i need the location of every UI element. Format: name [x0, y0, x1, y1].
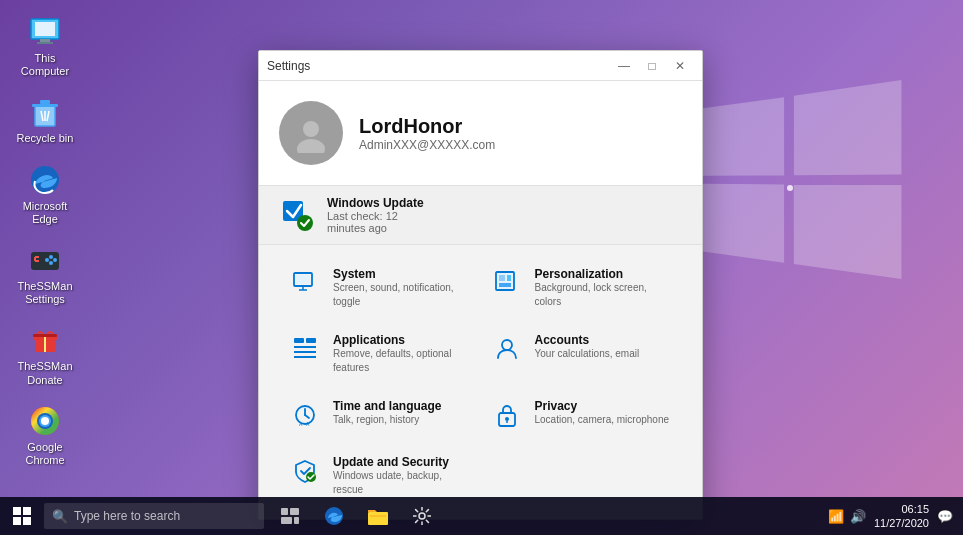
- taskbar-edge[interactable]: [312, 497, 356, 535]
- cursor: [787, 185, 793, 191]
- chrome-label: Google Chrome: [14, 441, 76, 467]
- taskbar-settings[interactable]: [400, 497, 444, 535]
- svg-rect-57: [23, 517, 31, 525]
- applications-text: Applications Remove, defaults, optional …: [333, 333, 471, 375]
- settings-item-accounts[interactable]: Accounts Your calculations, email: [481, 321, 683, 387]
- svg-rect-2: [40, 39, 50, 42]
- applications-subtitle: Remove, defaults, optional features: [333, 347, 471, 375]
- taskbar-right: 📶 🔊 06:15 11/27/2020 💬: [828, 502, 963, 531]
- settings-window: Settings — □ ✕ LordHonor AdminXXX@XXXXX.…: [258, 50, 703, 520]
- svg-point-27: [303, 121, 319, 137]
- svg-point-51: [505, 417, 509, 421]
- taskbar: 🔍 Type here to search: [0, 497, 963, 535]
- search-icon: 🔍: [52, 509, 68, 524]
- desktop-icon-this-computer[interactable]: This Computer: [10, 10, 80, 82]
- svg-point-28: [297, 139, 325, 153]
- apps-icon: [289, 333, 321, 365]
- maximize-button[interactable]: □: [638, 52, 666, 80]
- svg-rect-3: [37, 42, 53, 44]
- edge-label: Microsoft Edge: [14, 200, 76, 226]
- window-titlebar: Settings — □ ✕: [259, 51, 702, 81]
- svg-point-44: [502, 340, 512, 350]
- personalization-text: Personalization Background, lock screen,…: [535, 267, 673, 309]
- svg-rect-40: [306, 338, 316, 343]
- svg-rect-6: [40, 100, 50, 104]
- applications-title: Applications: [333, 333, 471, 347]
- edge-icon: [27, 162, 63, 198]
- user-name: LordHonor: [359, 115, 682, 138]
- minimize-button[interactable]: —: [610, 52, 638, 80]
- start-button[interactable]: [0, 497, 44, 535]
- svg-rect-64: [370, 515, 386, 517]
- clock-time: 06:15: [874, 502, 929, 516]
- window-title: Settings: [267, 59, 610, 73]
- privacy-title: Privacy: [535, 399, 670, 413]
- clock-date: 11/27/2020: [874, 516, 929, 530]
- settings-item-applications[interactable]: Applications Remove, defaults, optional …: [279, 321, 481, 387]
- svg-rect-5: [32, 104, 58, 107]
- update-text: Windows Update Last check: 12minutes ago: [327, 196, 424, 234]
- taskbar-file-explorer[interactable]: [356, 497, 400, 535]
- svg-rect-43: [294, 356, 316, 358]
- svg-rect-37: [507, 275, 511, 281]
- desktop: This Computer Recycle bin: [0, 0, 963, 535]
- notification-icon[interactable]: 💬: [937, 509, 953, 524]
- svg-rect-56: [13, 517, 21, 525]
- user-email: AdminXXX@XXXXX.com: [359, 138, 682, 152]
- svg-point-15: [45, 258, 49, 262]
- desktop-icon-thessman-settings[interactable]: TheSSMan Settings: [10, 238, 80, 310]
- svg-point-13: [53, 258, 57, 262]
- personalization-title: Personalization: [535, 267, 673, 281]
- desktop-icon-recycle-bin[interactable]: Recycle bin: [10, 90, 80, 149]
- taskbar-task-view[interactable]: [268, 497, 312, 535]
- close-button[interactable]: ✕: [666, 52, 694, 80]
- svg-rect-41: [294, 346, 316, 348]
- gift-icon: [27, 322, 63, 358]
- settings-item-time-language[interactable]: A A Time and language Talk, region, hist…: [279, 387, 481, 443]
- window-controls: — □ ✕: [610, 52, 694, 80]
- desktop-icon-chrome[interactable]: Google Chrome: [10, 399, 80, 471]
- svg-rect-18: [44, 336, 46, 352]
- taskbar-clock[interactable]: 06:15 11/27/2020: [874, 502, 929, 531]
- taskbar-search[interactable]: 🔍 Type here to search: [44, 503, 264, 529]
- thessman-settings-label: TheSSMan Settings: [14, 280, 76, 306]
- svg-rect-11: [34, 257, 36, 261]
- person-icon: [491, 333, 523, 365]
- svg-rect-1: [35, 22, 55, 36]
- volume-icon[interactable]: 🔊: [850, 509, 866, 524]
- settings-item-system[interactable]: System Screen, sound, notification, togg…: [279, 255, 481, 321]
- avatar: [279, 101, 343, 165]
- svg-rect-60: [281, 517, 292, 524]
- svg-rect-59: [290, 508, 299, 515]
- shield-icon: [289, 455, 321, 487]
- user-info: LordHonor AdminXXX@XXXXX.com: [359, 115, 682, 152]
- lock-icon: [491, 399, 523, 431]
- settings-item-personalization[interactable]: Personalization Background, lock screen,…: [481, 255, 683, 321]
- svg-rect-32: [296, 275, 310, 284]
- settings-item-privacy[interactable]: Privacy Location, camera, microphone: [481, 387, 683, 443]
- network-icon[interactable]: 📶: [828, 509, 844, 524]
- update-security-subtitle: Windows udate, backup, rescue: [333, 469, 471, 497]
- privacy-text: Privacy Location, camera, microphone: [535, 399, 670, 427]
- svg-point-12: [49, 255, 53, 259]
- update-subtitle: Last check: 12minutes ago: [327, 210, 424, 234]
- chrome-icon: [27, 403, 63, 439]
- svg-rect-55: [23, 507, 31, 515]
- desktop-icon-edge[interactable]: Microsoft Edge: [10, 158, 80, 230]
- svg-point-65: [419, 513, 425, 519]
- accounts-subtitle: Your calculations, email: [535, 347, 640, 361]
- taskbar-apps: [268, 497, 444, 535]
- update-banner[interactable]: Windows Update Last check: 12minutes ago: [259, 186, 702, 245]
- desktop-icon-thessman-donate[interactable]: TheSSMan Donate: [10, 318, 80, 390]
- thessman-donate-label: TheSSMan Donate: [14, 360, 76, 386]
- accounts-text: Accounts Your calculations, email: [535, 333, 640, 361]
- windows-watermark: [703, 80, 903, 280]
- svg-rect-36: [499, 275, 505, 281]
- accounts-title: Accounts: [535, 333, 640, 347]
- update-security-title: Update and Security: [333, 455, 471, 469]
- windows-update-icon: [279, 197, 315, 233]
- settings-grid: System Screen, sound, notification, togg…: [259, 245, 702, 519]
- svg-line-47: [305, 415, 309, 418]
- svg-point-14: [49, 261, 53, 265]
- svg-rect-58: [281, 508, 288, 515]
